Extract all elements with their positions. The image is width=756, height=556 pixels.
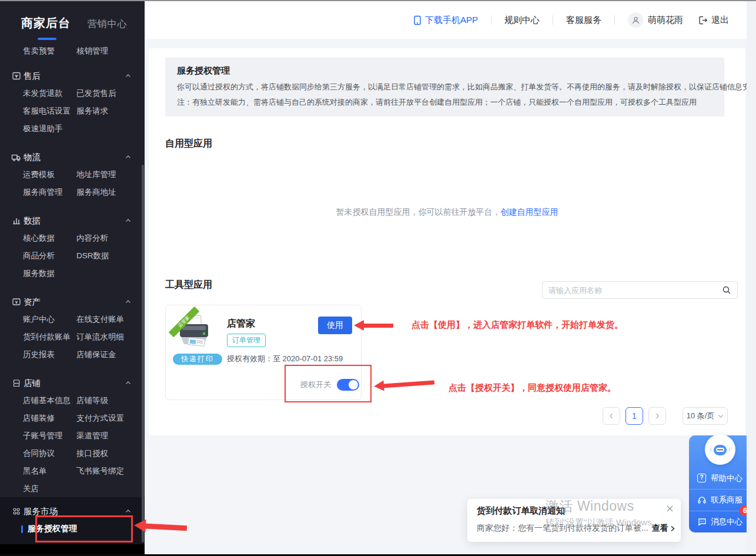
sidebar-item[interactable]: 核心数据 [23, 229, 76, 247]
sidebar-item[interactable]: 关店 [23, 480, 76, 498]
info-description-2: 注：有独立研发能力、需将店铺与自己的系统对接的商家，请前往开放平台创建自用型应用… [177, 97, 712, 107]
chevron-right-icon [670, 525, 675, 532]
sidebar-item[interactable]: 黑名单 [23, 462, 76, 480]
sidebar-item[interactable]: 飞书账号绑定 [76, 462, 145, 480]
divider [614, 15, 615, 25]
sidebar-item[interactable]: 服务商管理 [23, 184, 76, 201]
sidebar-item[interactable]: 内容分析 [76, 229, 145, 247]
sidebar-item[interactable]: 地址库管理 [76, 166, 145, 184]
sidebar-item[interactable]: 服务数据 [23, 265, 76, 282]
headset-icon [697, 495, 707, 505]
rules-center-link[interactable]: 规则中心 [504, 15, 540, 26]
authorization-validity: 授权有效期：至 2020-07-01 23:59 [227, 354, 343, 364]
floating-help-widget: ? 帮助中心 联系商服 消息中心 64 [689, 435, 751, 532]
sidebar-item[interactable]: 子账号管理 [23, 427, 76, 445]
sidebar-section-header[interactable]: 资产 [0, 293, 145, 311]
page-scrollbar[interactable] [747, 1, 756, 556]
download-app-link[interactable]: 下载手机APP [413, 15, 478, 26]
sidebar-section-header[interactable]: 数据 [0, 212, 145, 229]
page-size-select[interactable]: 10 条/页 [683, 407, 728, 425]
sidebar-menu: 售卖预警核销管理 售后 未发货退款已发货售后客服电话设置服务请求极速退助手 [0, 42, 145, 498]
divider [491, 15, 491, 25]
sidebar-item[interactable]: 店铺基本信息 [23, 392, 76, 409]
sidebar-section-header[interactable]: 店铺 [0, 374, 145, 392]
sidebar-item[interactable]: 历史报表 [23, 346, 76, 364]
sidebar-item[interactable]: 极速退助手 [23, 120, 76, 138]
chevron-up-icon[interactable] [125, 72, 132, 79]
sidebar-item[interactable]: 接口授权 [76, 445, 145, 462]
chevron-up-icon[interactable] [125, 217, 132, 224]
sidebar-section-header[interactable]: 物流 [0, 148, 145, 166]
app-name: 店管家 [227, 318, 255, 330]
sidebar-item[interactable]: 客服电话设置 [23, 102, 76, 120]
sidebar-item[interactable]: 店铺装修 [23, 409, 76, 427]
sidebar-item[interactable]: 支付方式设置 [76, 409, 145, 427]
sidebar-item[interactable]: 已发货售后 [76, 85, 145, 102]
create-self-app-link[interactable]: 创建自用型应用 [501, 207, 558, 217]
sidebar-section-data: 数据 核心数据内容分析商品分析DSR数据服务数据 [0, 212, 145, 282]
robot-assistant-icon[interactable] [705, 434, 735, 465]
logout-button[interactable]: 退出 [698, 15, 729, 26]
top-header: 下载手机APP 规则中心 客服服务 萌萌花雨 退出 [145, 1, 747, 39]
sidebar-item[interactable]: 店铺保证金 [76, 346, 145, 364]
sidebar-item[interactable]: 在线支付账单 [76, 311, 145, 328]
sidebar-item[interactable]: 订单流水明细 [76, 328, 145, 346]
active-item-indicator [21, 525, 23, 533]
sidebar-item[interactable]: 售卖预警 [23, 42, 76, 60]
toast-view-link[interactable]: 查看 [652, 523, 675, 534]
page-title: 服务授权管理 [177, 65, 712, 76]
chevron-up-icon[interactable] [125, 154, 132, 161]
sidebar-item[interactable]: 未发货退款 [23, 85, 76, 102]
toast-title: 货到付款订单取消通知 [477, 505, 671, 517]
pagination: 1 10 条/页 [603, 407, 728, 425]
sidebar-item[interactable]: DSR数据 [76, 247, 145, 265]
divider [553, 15, 553, 25]
sidebar-item[interactable]: 服务商地址 [76, 184, 145, 201]
customer-service-link[interactable]: 客服服务 [566, 15, 601, 26]
next-page-button[interactable] [648, 407, 666, 425]
close-icon[interactable] [666, 505, 674, 512]
message-icon [697, 517, 707, 527]
self-app-section-title: 自用型应用 [165, 138, 212, 150]
tab-marketing-center[interactable]: 营销中心 [87, 19, 127, 29]
sidebar-tabs: 商家后台 营销中心 [0, 0, 145, 31]
logistics-icon [11, 152, 21, 162]
annotation-arrow-sidebar [133, 519, 187, 535]
sidebar-top-items: 售卖预警核销管理 [0, 42, 145, 60]
self-app-empty-state: 暂未授权自用型应用，你可以前往开放平台，创建自用型应用 [149, 207, 745, 218]
chevron-up-icon[interactable] [125, 379, 132, 387]
tab-merchant-backend[interactable]: 商家后台 [21, 16, 71, 29]
prev-page-button[interactable] [603, 407, 620, 425]
use-button[interactable]: 使用 [318, 317, 352, 334]
help-center-button[interactable]: ? 帮助中心 [689, 467, 751, 489]
chevron-down-icon [718, 413, 724, 419]
page-number-button[interactable]: 1 [625, 407, 643, 425]
sidebar-section-aftersale: 售后 未发货退款已发货售后客服电话设置服务请求极速退助手 [0, 67, 145, 138]
search-icon[interactable] [722, 285, 731, 295]
annotation-rect-sidebar [35, 515, 133, 542]
tool-app-section-title: 工具型应用 [165, 279, 212, 291]
sidebar-section-asset: 资产 账户中心在线支付账单货到付款账单订单流水明细历史报表店铺保证金 [0, 293, 145, 364]
user-menu[interactable]: 萌萌花雨 [628, 12, 683, 28]
market-icon [11, 507, 21, 517]
sidebar-item[interactable]: 渠道管理 [76, 427, 145, 445]
sidebar-item[interactable]: 服务请求 [76, 102, 145, 120]
annotation-text-switch: 点击【授权开关】，同意授权使用店管家。 [449, 382, 616, 394]
annotation-text-use: 点击【使用】，进入店管家打单软件，开始打单发货。 [412, 319, 623, 331]
sidebar-item[interactable]: 账户中心 [23, 311, 76, 328]
message-center-button[interactable]: 消息中心 64 [689, 511, 751, 532]
sidebar-item[interactable]: 合同协议 [23, 445, 76, 462]
chevron-up-icon[interactable] [125, 298, 132, 305]
search-input[interactable] [548, 286, 722, 295]
chevron-up-icon[interactable] [125, 508, 132, 515]
annotation-arrow-use [354, 320, 393, 331]
sidebar-item[interactable]: 商品分析 [23, 247, 76, 265]
user-avatar [628, 12, 643, 28]
sidebar-item[interactable]: 核销管理 [76, 42, 145, 60]
sidebar-scrollbar[interactable] [142, 165, 144, 542]
sidebar-item[interactable]: 店铺等级 [76, 392, 145, 409]
window-top-border [0, 0, 756, 1]
sidebar-item[interactable]: 货到付款账单 [23, 328, 76, 346]
sidebar-section-header[interactable]: 售后 [0, 67, 145, 85]
sidebar-item[interactable]: 运费模板 [23, 166, 76, 184]
